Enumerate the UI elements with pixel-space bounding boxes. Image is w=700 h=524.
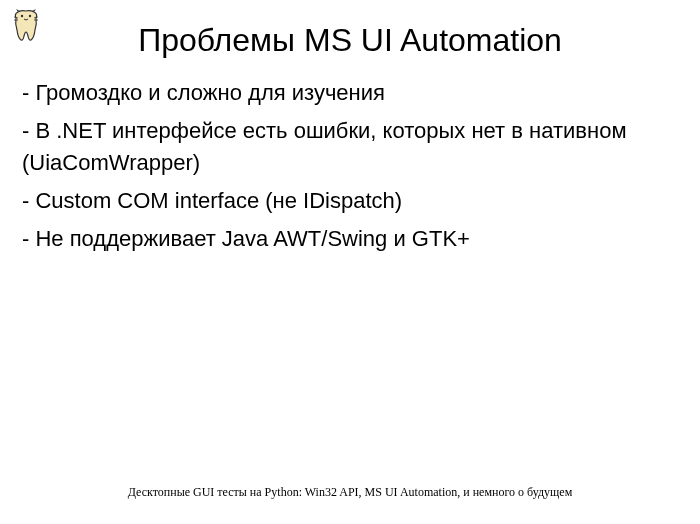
slide-content: - Громоздко и сложно для изучения - В .N… [0, 77, 700, 254]
slide-footer: Десктопные GUI тесты на Python: Win32 AP… [0, 485, 700, 500]
bullet-item: - Не поддерживает Java AWT/Swing и GTK+ [22, 223, 680, 255]
bullet-item: - Громоздко и сложно для изучения [22, 77, 680, 109]
slide-title: Проблемы MS UI Automation [0, 22, 700, 59]
svg-point-0 [21, 15, 23, 17]
tooth-cat-logo-icon [10, 8, 42, 44]
svg-point-1 [29, 15, 31, 17]
bullet-item: - В .NET интерфейсе есть ошибки, которых… [22, 115, 680, 179]
bullet-item: - Custom COM interface (не IDispatch) [22, 185, 680, 217]
slide-container: Проблемы MS UI Automation - Громоздко и … [0, 0, 700, 524]
